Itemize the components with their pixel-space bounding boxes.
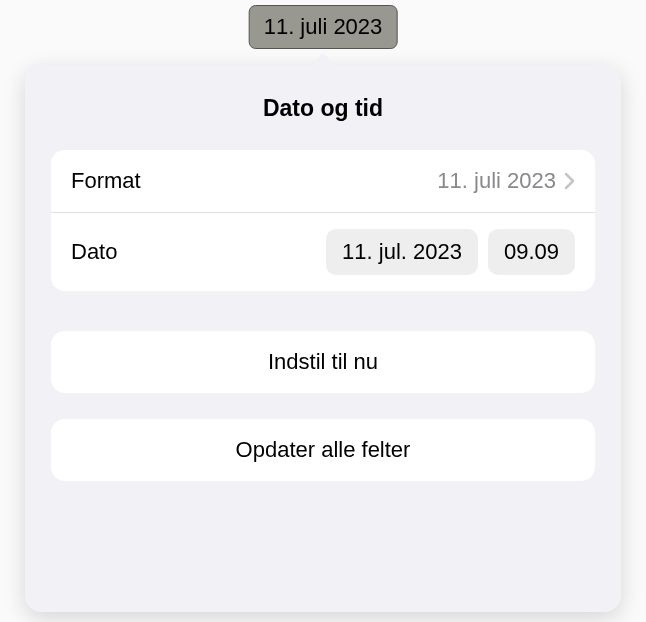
popover-title: Dato og tid (51, 95, 595, 122)
date-label: Dato (71, 239, 117, 265)
selected-date-chip[interactable]: 11. juli 2023 (249, 5, 398, 49)
format-row[interactable]: Format 11. juli 2023 (51, 150, 595, 212)
settings-group: Format 11. juli 2023 Dato 11. jul. 2023 … (51, 150, 595, 291)
set-to-now-label: Indstil til nu (268, 349, 378, 375)
time-picker-value: 09.09 (504, 239, 559, 264)
selected-date-text: 11. juli 2023 (264, 14, 383, 39)
update-all-fields-label: Opdater alle felter (236, 437, 411, 463)
date-picker-button[interactable]: 11. jul. 2023 (326, 229, 478, 275)
set-to-now-button[interactable]: Indstil til nu (51, 331, 595, 393)
chevron-right-icon (564, 172, 575, 190)
update-all-section: Opdater alle felter (51, 419, 595, 481)
date-time-popover: Dato og tid Format 11. juli 2023 Dato 11… (25, 65, 621, 612)
date-picker-value: 11. jul. 2023 (342, 239, 462, 264)
format-value: 11. juli 2023 (437, 168, 556, 194)
update-all-fields-button[interactable]: Opdater alle felter (51, 419, 595, 481)
time-picker-button[interactable]: 09.09 (488, 229, 575, 275)
format-label: Format (71, 168, 141, 194)
set-now-section: Indstil til nu (51, 331, 595, 393)
date-row: Dato 11. jul. 2023 09.09 (51, 212, 595, 291)
